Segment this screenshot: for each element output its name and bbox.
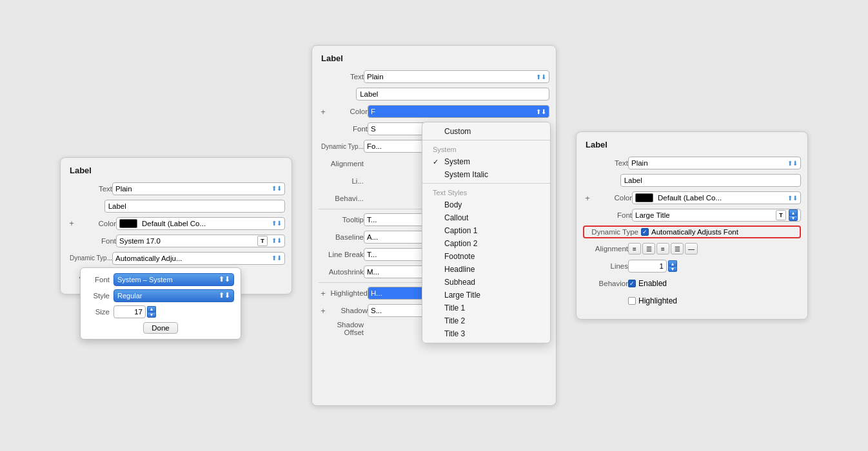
p2-label-input[interactable] (356, 88, 549, 101)
p2-highlighted-plus[interactable]: + (319, 289, 328, 298)
dropdown-style-select[interactable]: Regular ⬆⬇ (113, 289, 234, 302)
dynamic-type-select-value-p1: Automatically Adju... (115, 254, 182, 262)
p3-text-arrow: ⬆⬇ (787, 160, 798, 167)
menu-largetitle-label: Large Title (444, 291, 480, 300)
menu-title2-label: Title 2 (444, 316, 465, 325)
menu-item-system-italic[interactable]: System Italic (422, 168, 550, 181)
menu-item-footnote[interactable]: Footnote (422, 250, 550, 263)
p3-lines-label: Lines (583, 262, 628, 270)
p2-text-select[interactable]: Plain ⬆⬇ (364, 70, 549, 83)
menu-item-title2[interactable]: Title 2 (422, 314, 550, 327)
menu-item-title3[interactable]: Title 3 (422, 327, 550, 340)
menu-item-title1[interactable]: Title 1 (422, 302, 550, 314)
p2-label-row (319, 87, 549, 101)
color-plus-icon[interactable]: + (67, 218, 76, 228)
color-select[interactable]: Default (Label Co... ⬆⬇ (116, 217, 285, 230)
menu-title3-label: Title 3 (444, 329, 465, 338)
done-button[interactable]: Done (143, 322, 178, 334)
stepper-up-icon[interactable]: ▲ (147, 306, 156, 312)
color-value-container: Default (Label Co... ⬆⬇ (116, 217, 285, 230)
p3-lines-stepper-down[interactable]: ▼ (668, 266, 677, 272)
p3-lines-stepper[interactable]: ▲ ▼ (668, 260, 677, 272)
dropdown-size-input[interactable] (113, 305, 146, 318)
p2-font-select-value: S (371, 125, 376, 133)
p2-color-select[interactable]: F ⬆⬇ (368, 105, 549, 118)
p3-font-stepper-up[interactable]: ▲ (789, 209, 798, 215)
font-select[interactable]: System 17.0 T ⬆⬇ (116, 235, 285, 247)
menu-textstyles-header: Text Styles (422, 186, 550, 198)
font-icon: T (257, 236, 268, 246)
p3-color-row: + Color Default (Label Co... ⬆⬇ (583, 191, 801, 205)
p2-tooltip-label: Tooltip (319, 216, 364, 224)
p2-baseline-label: Baseline (319, 233, 364, 241)
menu-caption2-label: Caption 2 (444, 239, 477, 248)
p3-alignment-buttons: ≡ ☰ ≡ ☰ — (628, 243, 801, 254)
p2-tooltip-value: T... (367, 216, 377, 224)
menu-item-subhead[interactable]: Subhead (422, 276, 550, 289)
menu-item-headline[interactable]: Headline (422, 263, 550, 276)
menu-custom-label: Custom (444, 127, 471, 136)
p2-color-value: F ⬆⬇ (368, 105, 549, 118)
menu-item-system[interactable]: ✓ System (422, 155, 550, 168)
p2-alignment-label: Alignment (319, 160, 364, 168)
p3-label-input[interactable] (620, 174, 801, 187)
p3-font-stepper[interactable]: ▲ ▼ (789, 209, 798, 221)
dropdown-font-select[interactable]: System – System ⬆⬇ (113, 273, 234, 286)
p3-align-left[interactable]: ≡ (628, 243, 641, 254)
font-menu-dropdown: Custom System ✓ System System Italic Tex… (422, 122, 551, 343)
p2-linebreak-value: T... (367, 251, 377, 258)
text-select[interactable]: Plain ⬆⬇ (112, 182, 285, 195)
p3-color-value: Default (Label Co... ⬆⬇ (632, 191, 801, 204)
p2-shadow-label: Shadow (330, 307, 368, 314)
p3-font-select[interactable]: Large Title T ▲ ▼ (632, 209, 801, 222)
p3-color-select[interactable]: Default (Label Co... ⬆⬇ (632, 191, 801, 204)
p2-shadow-value: S... (371, 307, 382, 314)
p3-dynamic-checkbox[interactable]: ✓ (641, 228, 649, 236)
menu-item-caption2[interactable]: Caption 2 (422, 237, 550, 250)
p2-color-plus[interactable]: + (319, 107, 328, 117)
p2-text-value-container: Plain ⬆⬇ (364, 70, 549, 83)
menu-item-body[interactable]: Body (422, 198, 550, 211)
p2-behavior-label: Behavi... (319, 195, 364, 202)
p2-shadow-plus[interactable]: + (319, 306, 328, 316)
stepper-down-icon[interactable]: ▼ (147, 312, 156, 318)
p3-highlighted-label: Highlighted (638, 296, 677, 305)
dropdown-size-row: Size ▲ ▼ (87, 305, 234, 318)
p3-text-row: Text Plain ⬆⬇ (583, 156, 801, 170)
menu-callout-label: Callout (444, 213, 468, 222)
p3-color-plus[interactable]: + (583, 193, 592, 203)
menu-body-label: Body (444, 200, 462, 209)
menu-footnote-label: Footnote (444, 252, 475, 261)
dropdown-style-arrow: ⬆⬇ (219, 291, 230, 300)
menu-item-caption1[interactable]: Caption 1 (422, 224, 550, 237)
menu-subhead-label: Subhead (444, 278, 475, 287)
p3-lines-stepper-up[interactable]: ▲ (668, 260, 677, 266)
p3-text-select[interactable]: Plain ⬆⬇ (628, 157, 801, 169)
p3-align-justify[interactable]: ☰ (671, 243, 684, 254)
menu-item-callout[interactable]: Callout (422, 211, 550, 224)
font-arrow: ⬆⬇ (271, 237, 282, 244)
dropdown-style-value: Regular (117, 292, 143, 300)
dropdown-style-label: Style (87, 292, 110, 300)
menu-item-largetitle[interactable]: Large Title (422, 289, 550, 302)
label-input[interactable] (104, 200, 285, 213)
p3-color-label: Color (595, 194, 632, 202)
p3-color-select-value: Default (Label Co... (658, 194, 722, 202)
p3-lines-input[interactable] (628, 260, 667, 273)
p3-font-select-value: Large Title (635, 211, 670, 219)
dynamic-type-select-p1[interactable]: Automatically Adju... ⬆⬇ (112, 252, 285, 265)
p3-align-other[interactable]: — (685, 243, 698, 254)
menu-item-custom[interactable]: Custom (422, 125, 550, 138)
p3-align-right[interactable]: ≡ (656, 243, 669, 254)
p3-font-stepper-down[interactable]: ▼ (789, 215, 798, 221)
p2-autoshrink-label: Autoshrink (319, 268, 364, 276)
p3-enabled-checkbox[interactable]: ✓ (628, 280, 636, 287)
panel-2-title: Label (319, 53, 549, 63)
p3-highlighted-checkbox[interactable] (628, 297, 636, 305)
dropdown-size-stepper[interactable]: ▲ ▼ (147, 306, 156, 318)
font-select-value: System 17.0 (119, 237, 161, 245)
text-label: Text (67, 185, 112, 193)
font-dropdown: Font System – System ⬆⬇ Style Regular ⬆⬇… (80, 267, 241, 340)
p3-align-center[interactable]: ☰ (642, 243, 655, 254)
p2-shadow-offset-label: Shadow Offset (319, 321, 364, 336)
